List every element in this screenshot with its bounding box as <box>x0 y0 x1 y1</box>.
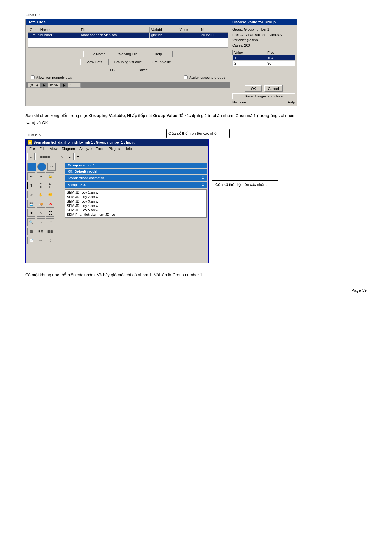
allow-nonnumeric-checkbox[interactable] <box>31 75 35 79</box>
list-item-sample[interactable]: Sample 500 ▲ ▼ <box>65 182 207 188</box>
menu-view[interactable]: View <box>48 146 60 151</box>
icon-delete[interactable]: ✖ <box>46 200 54 208</box>
filename-button[interactable]: File Name <box>83 51 112 57</box>
icon-wave[interactable]: 〰 <box>46 218 54 226</box>
icon-row5: 💾 🚚 ✖ <box>27 200 62 208</box>
menu-tools[interactable]: Tools <box>94 146 107 151</box>
win-body: ⁙⁙ ← ↔ 🔒 T ≡≡ ⊟⊟ ☞ ✋ ✊ <box>26 161 208 263</box>
allow-nonnumeric-text: Allow non-numeric data <box>36 76 72 79</box>
menu-help[interactable]: Help <box>122 146 134 151</box>
assign-cases-label[interactable]: Assign cases to groups <box>184 75 225 79</box>
cell-file: Khao sat nhan vien.sav <box>79 33 149 38</box>
icon-oval[interactable] <box>37 163 46 171</box>
down-arrow-icon: ▼ <box>77 155 80 159</box>
icon-row6: ✚ ○ ●●●● <box>27 209 62 217</box>
cursor-icon: ↖ <box>60 155 63 159</box>
cvg-save-button[interactable]: Save changes and close <box>232 93 295 99</box>
help-button[interactable]: Help <box>144 51 173 57</box>
icon-bracket[interactable]: ⌷ <box>46 237 54 244</box>
cell-value <box>178 33 199 38</box>
up-arrow-icon: ▲ <box>68 155 71 159</box>
cvg-content: Group: Group number 1 File: ..\...\khao … <box>230 25 297 106</box>
scroll-down-icon[interactable]: ▼ <box>202 178 204 180</box>
scroll-btns1: ▲ ▼ <box>202 175 204 180</box>
data-files-table: Group Name File Variable Value N Group n… <box>28 27 228 48</box>
cvg-cancel-button[interactable]: Cancel <box>264 85 282 92</box>
cvg-val-2: 2 <box>233 61 266 66</box>
group-number-bar[interactable]: Group number 1 <box>65 163 207 168</box>
df-buttons-area: File Name Working File Help View Data Gr… <box>26 49 230 82</box>
icon-crosshair[interactable]: ✚ <box>27 209 35 217</box>
icon-table2[interactable]: ⊞⊞ <box>37 228 45 235</box>
allow-nonnumeric-label[interactable]: Allow non-numeric data <box>31 75 72 79</box>
tb-down-btn[interactable]: ▼ <box>74 153 82 160</box>
cvg-row-2[interactable]: 2 96 <box>233 61 295 66</box>
win-app-icon: A <box>28 140 32 145</box>
icon-grid2[interactable]: ⊟⊟ <box>46 182 54 189</box>
icon-row1: ⁙⁙ <box>27 163 62 171</box>
menu-edit[interactable]: Edit <box>37 146 48 151</box>
icon-colored-rect[interactable] <box>27 163 36 171</box>
grouping-variable-button[interactable]: Grouping Variable <box>111 59 145 65</box>
icon-lines[interactable]: ≡≡ <box>37 237 45 244</box>
tb-btn1[interactable] <box>27 153 35 160</box>
scroll-down2-icon[interactable]: ▼ <box>202 185 204 187</box>
icon-left-arrow[interactable]: ← <box>27 172 35 180</box>
icon-title[interactable]: T <box>27 182 35 189</box>
menu-file[interactable]: File <box>27 146 37 151</box>
sample-label: Sample 500 <box>68 183 86 187</box>
col-header-groupname: Group Name <box>28 27 79 33</box>
file-item-2[interactable]: SEM JDI Loy 3.amw <box>67 199 205 203</box>
file-item-1[interactable]: SEM JDI Loy 2.amw <box>67 195 205 199</box>
annotation2: Có một khung nhỏ thể hiện các nhóm. Và b… <box>25 271 297 278</box>
cvg-group: Group: Group number 1 <box>232 27 295 32</box>
menu-analyze[interactable]: Analyze <box>77 146 94 151</box>
icon-circle-outline[interactable]: ○ <box>37 209 45 217</box>
tb-btn2[interactable]: ▦▦▦▦ <box>35 153 54 160</box>
table-row[interactable]: Group number 1 Khao sat nhan vien.sav gi… <box>28 33 228 38</box>
icon-row8: ▦ ⊞⊞ ▦▦ <box>27 228 62 235</box>
ok-button[interactable]: OK <box>99 67 127 73</box>
icon-hand1[interactable]: ☞ <box>27 191 35 198</box>
view-data-button[interactable]: View Data <box>80 59 109 65</box>
cvg-row-1[interactable]: 1 104 <box>233 55 295 61</box>
icon-truck[interactable]: 🚚 <box>37 200 45 208</box>
icon-save[interactable]: 💾 <box>27 200 35 208</box>
data-files-panel: Data Files Group Name File Variable Valu… <box>26 19 230 106</box>
model-bar[interactable]: XX: Default model <box>65 169 207 174</box>
working-file-button[interactable]: Working File <box>114 51 142 57</box>
icon-hand3[interactable]: ✊ <box>46 191 54 198</box>
icon-arrow2[interactable]: ↔ <box>37 218 45 226</box>
cancel-button[interactable]: Cancel <box>129 67 157 73</box>
file-item-0[interactable]: SEM JDI Loy 1.amw <box>67 190 205 195</box>
cvg-col-value: Value <box>233 50 266 55</box>
icon-magnify[interactable]: 🔍 <box>27 218 35 226</box>
assign-cases-checkbox[interactable] <box>184 75 188 79</box>
fig64-container: Data Files Group Name File Variable Valu… <box>25 19 297 106</box>
icon-table1[interactable]: ▦ <box>27 228 35 235</box>
icon-dots-cluster[interactable]: ⁙⁙ <box>47 163 56 171</box>
icon-hand2[interactable]: ✋ <box>37 191 45 198</box>
list-item-standardized[interactable]: Standardized estimates ▲ ▼ <box>65 175 207 181</box>
icon-grid1[interactable]: ≡≡ <box>37 182 45 189</box>
bottom-cell3: 1 <box>68 83 81 88</box>
menu-diagram[interactable]: Diagram <box>59 146 77 151</box>
file-item-4[interactable]: SEM JDI Loy 5.amw <box>67 208 205 212</box>
menu-plugins[interactable]: Plugins <box>107 146 122 151</box>
cvg-novalue-row: No value Help <box>232 100 295 104</box>
file-item-3[interactable]: SEM JDI Loy 4.amw <box>67 203 205 208</box>
group-value-button[interactable]: Group Value <box>147 59 175 65</box>
icon-lock[interactable]: 🔒 <box>46 172 54 180</box>
icon-table3[interactable]: ▦▦ <box>46 228 54 235</box>
tb-cursor-btn[interactable]: ↖ <box>58 153 65 160</box>
cvg-col-freq: Freq <box>266 50 295 55</box>
tb-up-btn[interactable]: ▲ <box>66 153 74 160</box>
file-item-5[interactable]: SEM Phan tich da nhom JDI Lo <box>67 212 205 217</box>
icon-nodes[interactable]: ●●●● <box>46 209 54 217</box>
cvg-ok-button[interactable]: OK <box>245 85 262 92</box>
icon-bidir-arrow[interactable]: ↔ <box>37 172 45 180</box>
icon-document[interactable]: 📄 <box>27 237 35 244</box>
page-number: Page 59 <box>25 288 367 293</box>
standardized-label: Standardized estimates <box>68 176 104 180</box>
win-left-panel: ⁙⁙ ← ↔ 🔒 T ≡≡ ⊟⊟ ☞ ✋ ✊ <box>26 161 64 263</box>
